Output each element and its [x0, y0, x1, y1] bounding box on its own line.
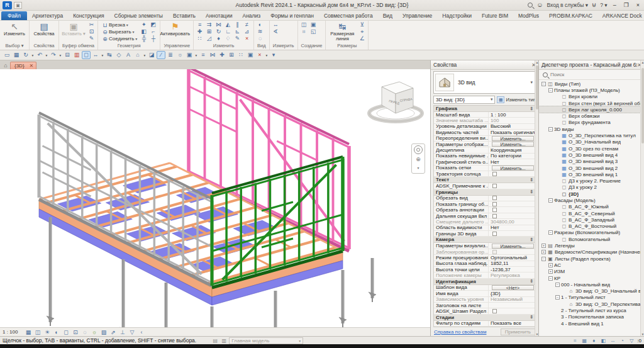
mirror2-icon[interactable]: ◭	[224, 21, 232, 28]
constraints-icon[interactable]: ⊥	[118, 328, 126, 336]
tree-item-ведомости-спецификации-назначение-вид[interactable]: +▦Ведомости/Спецификации (Назначение вид	[539, 249, 644, 255]
expander-icon[interactable]: +	[541, 250, 546, 254]
prop-value[interactable]: 304800,00	[488, 219, 535, 224]
filter-icon[interactable]: ▽	[628, 337, 635, 344]
box-icon[interactable]: ◫	[300, 21, 308, 28]
section-текст[interactable]: Текст⇕	[434, 177, 535, 183]
splitface-icon[interactable]: ◩	[149, 21, 157, 28]
linestyles-icon[interactable]: ≋	[256, 28, 264, 35]
pin-icon[interactable]: ♦	[214, 35, 223, 42]
home-icon[interactable]: ⌂	[1, 62, 10, 69]
tab-управление[interactable]: Управление	[397, 11, 437, 20]
tool-врезка[interactable]: ⊔Врезка▾	[100, 21, 138, 28]
copy-icon[interactable]: ⊞	[227, 51, 236, 59]
expander-icon[interactable]: −	[555, 295, 560, 300]
detail-icon[interactable]: ▦	[24, 328, 32, 336]
tab-modplus[interactable]: ModPlus	[513, 11, 544, 20]
prop-value[interactable]: -1236,37	[488, 267, 535, 272]
delete-icon[interactable]: ×	[243, 35, 251, 42]
prop-value[interactable]: 1 : 100	[488, 112, 535, 117]
minimize-button[interactable]: –	[611, 2, 618, 8]
tab-совместная-работа[interactable]: Совместная работа	[319, 11, 378, 20]
prop-value[interactable]: Нет	[488, 159, 535, 164]
prop-value[interactable]: Регулировка	[488, 272, 535, 278]
move-icon[interactable]: ✚	[196, 28, 204, 35]
trim1-icon[interactable]: ⊾	[233, 28, 242, 35]
select-links-icon[interactable]: ⌗	[571, 337, 579, 344]
redo-icon[interactable]: ↷	[49, 51, 58, 59]
tree-item-о-3d-внешний-вид-3[interactable]: ▦О_3D внешний вид 3	[539, 159, 644, 165]
group-icon[interactable]: ▣	[309, 21, 318, 28]
select-box-icon[interactable]: ◻	[82, 51, 91, 59]
offset-icon[interactable]: ⇉	[205, 21, 213, 28]
tree-item-3d-виды[interactable]: −3D виды	[539, 126, 644, 132]
prop-value[interactable]: Высокий	[488, 124, 535, 129]
viscol-icon[interactable]: ◐	[256, 21, 264, 28]
move-icon[interactable]: ✚	[218, 51, 226, 59]
open-icon[interactable]: ▭	[3, 51, 11, 59]
expander-icon[interactable]: −	[548, 276, 553, 281]
prop-value[interactable]: 100	[488, 118, 535, 123]
tree-item-легенды[interactable]: +▤Легенды	[539, 242, 644, 249]
displace-icon[interactable]: ⇗	[109, 328, 117, 336]
checkbox[interactable]	[492, 309, 497, 313]
tool-свойства[interactable]: ▤Свойства	[31, 21, 57, 36]
tree-item-1-титульный-лист[interactable]: −1 - Титульный лист	[539, 295, 644, 301]
undo-icon[interactable]: ↶	[35, 51, 44, 59]
tree-item-о-3d-внешний-вид-1[interactable]: ▦О_3D внешний вид 1	[539, 171, 644, 177]
ui-overrides-icon[interactable]: ▣	[14, 2, 22, 9]
visibility-icon[interactable]: ≣	[166, 51, 175, 59]
collapse-icon[interactable]: ‹	[137, 328, 145, 336]
paint-icon[interactable]: ◧	[140, 28, 148, 35]
group-icon[interactable]: ▣	[246, 51, 255, 59]
section-границы[interactable]: Границы⇕	[434, 189, 535, 196]
crop-icon[interactable]: ◻	[62, 328, 70, 336]
tab-формы-и-генплан[interactable]: Формы и генплан	[265, 11, 319, 20]
hide-icon[interactable]: ◌	[256, 35, 264, 42]
sun-icon[interactable]: ☀	[43, 328, 51, 336]
checkbox[interactable]	[492, 172, 497, 176]
qat-collapse-icon[interactable]: ▾	[269, 51, 278, 59]
prop-value[interactable]	[488, 303, 535, 308]
byface-icon[interactable]: ◧	[599, 337, 607, 344]
reveal-hidden-icon[interactable]: ☼	[175, 51, 184, 59]
prop-value[interactable]: Показать оригинал	[488, 130, 535, 135]
tree-item-о-3d-срез-по-стенам[interactable]: ▦О_3D срез по стенам	[539, 145, 644, 152]
apply-button[interactable]: Применить	[501, 328, 535, 335]
tree-item-3d-вид-о-3d-начальный-вид[interactable]: ⌂3D вид: О_3D_Начальный вид	[539, 288, 644, 295]
browser-scrollbar[interactable]: ▲ ▼	[640, 60, 644, 336]
wsdisplay-icon[interactable]: ◔	[618, 337, 626, 344]
tree-item-верх-стен-верх-1й-верхней-обвязки[interactable]: ◻Верх стен (верх 1й верхней обвязки)	[539, 100, 644, 106]
tab-вид[interactable]: Вид	[378, 11, 397, 20]
tree-item-виды-тип[interactable]: −◫Виды (Тип)	[539, 81, 644, 87]
rotate-icon[interactable]: ↻	[214, 28, 223, 35]
tab-конструкция[interactable]: Конструкция	[68, 11, 109, 20]
checkbox[interactable]	[492, 184, 497, 188]
scroll-up-icon[interactable]: ▲	[641, 60, 644, 64]
editable-worksets-icon[interactable]: ▤	[211, 337, 219, 344]
type-selector[interactable]: 3D вид ▾	[433, 71, 536, 94]
copy-icon[interactable]: ⊞	[205, 28, 213, 35]
tree-item-о-3d-внешний-вид-2[interactable]: ▦О_3D внешний вид 2	[539, 165, 644, 171]
checkbox[interactable]	[492, 202, 497, 206]
view-cube[interactable]: ПЕРЕД СПРАВА	[361, 74, 430, 134]
tool-размерная-линия[interactable]: ↹Размерная линия	[328, 21, 357, 42]
tab-файл[interactable]: Файл	[1, 11, 27, 20]
tree-item-разрезы-вспомогательный[interactable]: −Разрезы (Вспомогательный)	[539, 230, 644, 236]
tree-item-в-ас-ф-восточный[interactable]: ◻В_АС_Ф_Восточный	[539, 223, 644, 230]
scroll-down-icon[interactable]: ▼	[641, 332, 644, 336]
demolish-icon[interactable]: ✦	[140, 21, 148, 28]
checkbox[interactable]	[492, 208, 497, 212]
underlay-icon[interactable]: ▦	[580, 337, 588, 344]
browser-header[interactable]: Диспетчер проекта - Каркасный дом 6х4 м_…	[539, 60, 644, 70]
expander-icon[interactable]: +	[548, 269, 553, 274]
cut-icon[interactable]: ✂	[87, 21, 96, 28]
thin-lines-icon[interactable]: ∕	[157, 51, 165, 59]
zoom-icon[interactable]: ⊕	[414, 155, 422, 163]
expander-icon[interactable]: −	[548, 198, 553, 203]
prop-value[interactable]: Показать все	[488, 321, 535, 326]
copyclip-icon[interactable]: ⊡	[87, 28, 96, 35]
temphide-icon[interactable]: ◌	[80, 328, 89, 336]
tree-item-в-ас-ф-северный[interactable]: ◻В_АС_Ф_Северный	[539, 210, 644, 216]
checkbox[interactable]	[492, 214, 497, 218]
